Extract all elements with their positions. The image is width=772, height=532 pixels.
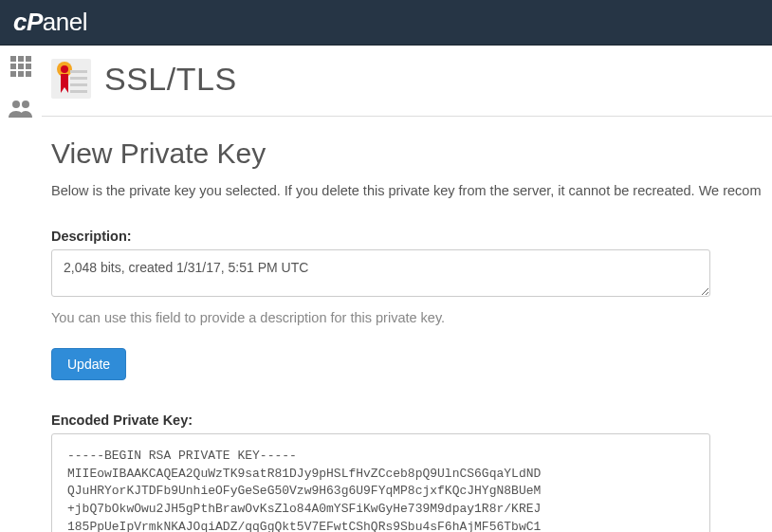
svg-rect-6 xyxy=(10,71,16,77)
section-title: View Private Key xyxy=(51,138,772,170)
svg-rect-8 xyxy=(26,71,31,77)
description-label: Description: xyxy=(51,229,772,244)
svg-point-9 xyxy=(12,101,20,108)
top-bar: cPanel xyxy=(0,0,772,46)
description-input[interactable] xyxy=(51,249,710,297)
svg-rect-3 xyxy=(10,64,16,69)
svg-point-10 xyxy=(22,101,29,108)
svg-rect-5 xyxy=(26,64,31,69)
users-icon[interactable] xyxy=(8,99,34,121)
brand-logo: cPanel xyxy=(13,8,87,37)
intro-text: Below is the private key you selected. I… xyxy=(51,181,772,202)
svg-point-12 xyxy=(61,65,68,73)
sidebar xyxy=(0,46,42,532)
update-button[interactable]: Update xyxy=(51,348,126,380)
apps-grid-icon[interactable] xyxy=(9,55,32,82)
svg-rect-4 xyxy=(18,64,24,69)
svg-rect-7 xyxy=(18,71,24,77)
page-title: SSL/TLS xyxy=(104,61,237,98)
page-header: SSL/TLS xyxy=(42,55,772,117)
encoded-label: Encoded Private Key: xyxy=(51,413,772,428)
main-content: SSL/TLS View Private Key Below is the pr… xyxy=(42,46,772,532)
svg-rect-0 xyxy=(10,56,16,62)
ssl-page-icon xyxy=(51,59,91,99)
svg-rect-2 xyxy=(26,56,31,62)
encoded-private-key-box[interactable]: -----BEGIN RSA PRIVATE KEY----- MIIEowIB… xyxy=(51,433,710,532)
svg-rect-1 xyxy=(18,56,24,62)
description-hint: You can use this field to provide a desc… xyxy=(51,310,772,325)
